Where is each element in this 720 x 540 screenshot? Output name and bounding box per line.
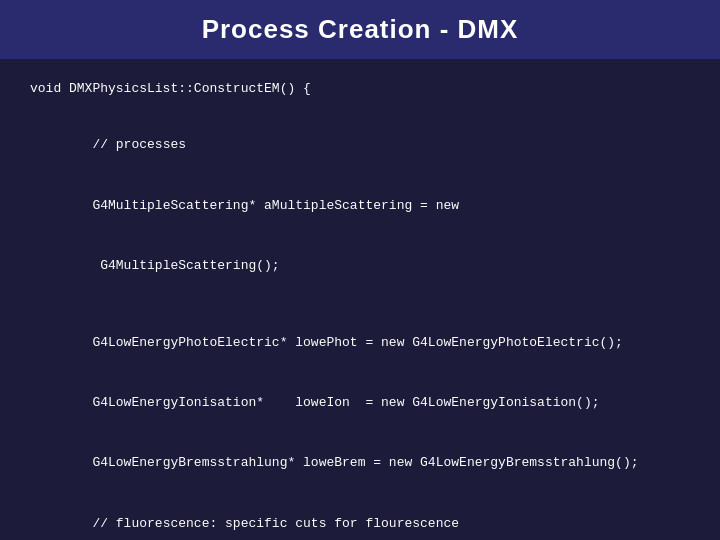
content-area: void DMXPhysicsList::ConstructEM() { // …: [0, 69, 720, 540]
title-bar: Process Creation - DMX: [0, 0, 720, 59]
code-processes: // processes G4MultipleScattering* aMult…: [30, 115, 690, 296]
slide-container: Process Creation - DMX void DMXPhysicsLi…: [0, 0, 720, 540]
code-low-energy: G4LowEnergyPhotoElectric* lowePhot = new…: [30, 312, 690, 540]
slide-title: Process Creation - DMX: [202, 14, 519, 44]
code-function-header: void DMXPhysicsList::ConstructEM() {: [30, 79, 690, 99]
